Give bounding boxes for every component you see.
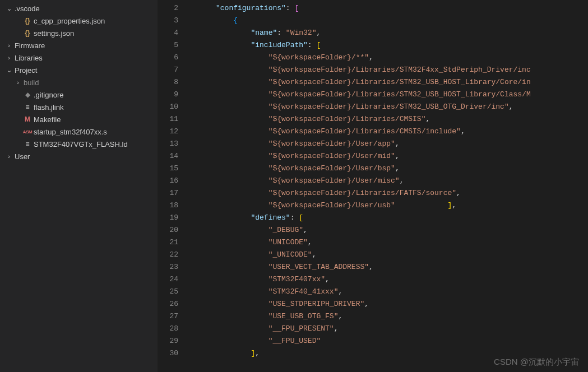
code-line[interactable]: "name": "Win32", [194, 27, 588, 39]
line-number: 24 [158, 273, 178, 286]
code-line[interactable]: "configurations": [ [194, 2, 588, 15]
file-item[interactable]: ASMstartup_stm32f407xx.s [0, 125, 158, 138]
code-line[interactable]: "STM32F40_41xxx", [194, 286, 588, 298]
code-line[interactable]: { [194, 15, 588, 27]
chevron-right-icon: › [4, 153, 13, 160]
line-number: 30 [158, 347, 178, 360]
line-number: 29 [158, 335, 178, 347]
line-number: 13 [158, 138, 178, 150]
line-number: 23 [158, 261, 178, 273]
tree-item-label: startup_stm32f407xx.s [33, 128, 107, 136]
code-line[interactable]: "${workspaceFolder}/User/bsp", [194, 162, 588, 175]
code-line[interactable]: "_DEBUG", [194, 224, 588, 236]
chevron-down-icon: ⌄ [4, 67, 13, 74]
folder-item[interactable]: ⌄.vscode [0, 2, 158, 15]
file-item[interactable]: ≡STM32F407VGTx_FLASH.ld [0, 138, 158, 150]
tree-item-label: settings.json [33, 29, 74, 38]
file-type-icon: {} [22, 29, 33, 37]
watermark-text: CSDN @沉默的小宇宙 [494, 357, 579, 368]
file-type-icon: ≡ [22, 103, 33, 111]
tree-item-label: Makefile [33, 115, 61, 124]
file-explorer-sidebar[interactable]: ⌄.vscode{}c_cpp_properties.json{}setting… [0, 0, 158, 372]
line-number: 18 [158, 199, 178, 212]
line-number: 9 [158, 89, 178, 101]
line-number: 4 [158, 27, 178, 39]
file-type-icon: M [22, 115, 33, 123]
line-number: 21 [158, 236, 178, 249]
code-line[interactable]: "__FPU_PRESENT", [194, 323, 588, 335]
chevron-right-icon: › [4, 42, 13, 49]
line-number: 5 [158, 39, 178, 52]
code-line[interactable]: "${workspaceFolder}/User/mid", [194, 150, 588, 162]
tree-item-label: c_cpp_properties.json [33, 17, 105, 25]
code-editor[interactable]: 2345678910111213141516171819202122232425… [158, 0, 588, 372]
code-line[interactable]: "defines": [ [194, 212, 588, 224]
file-item[interactable]: MMakefile [0, 113, 158, 125]
tree-item-label: build [22, 78, 39, 87]
line-number: 20 [158, 224, 178, 236]
file-item[interactable]: ◆.gitignore [0, 89, 158, 101]
line-number: 11 [158, 113, 178, 125]
tree-item-label: .gitignore [33, 91, 63, 99]
code-line[interactable]: "${workspaceFolder}/User/misc", [194, 175, 588, 187]
file-type-icon: ≡ [22, 140, 33, 148]
code-line[interactable]: "${workspaceFolder}/**", [194, 52, 588, 64]
line-number: 7 [158, 64, 178, 76]
code-line[interactable]: "includePath": [ [194, 39, 588, 52]
code-line[interactable]: "${workspaceFolder}/Libraries/STM32_USB_… [194, 76, 588, 89]
line-number: 16 [158, 175, 178, 187]
file-item[interactable]: {}c_cpp_properties.json [0, 15, 158, 27]
line-number: 3 [158, 15, 178, 27]
tree-item-label: .vscode [13, 4, 40, 13]
file-type-icon: {} [22, 17, 33, 25]
tree-item-label: STM32F407VGTx_FLASH.ld [33, 140, 128, 148]
line-number: 22 [158, 249, 178, 261]
line-number: 28 [158, 323, 178, 335]
code-line[interactable]: "${workspaceFolder}/User/app", [194, 138, 588, 150]
tree-item-label: Libraries [13, 54, 43, 62]
line-number: 14 [158, 150, 178, 162]
line-number-gutter: 2345678910111213141516171819202122232425… [158, 0, 189, 372]
line-number: 19 [158, 212, 178, 224]
folder-item[interactable]: ›Libraries [0, 52, 158, 64]
code-line[interactable]: "${workspaceFolder}/Libraries/FATFS/sour… [194, 187, 588, 199]
code-line[interactable]: "_UNICODE", [194, 249, 588, 261]
folder-item[interactable]: ›User [0, 150, 158, 162]
tree-item-label: Firmware [13, 41, 45, 50]
file-type-icon: ASM [22, 129, 33, 134]
code-line[interactable]: "USER_VECT_TAB_ADDRESS", [194, 261, 588, 273]
folder-item[interactable]: ›Firmware [0, 39, 158, 52]
code-line[interactable]: "${workspaceFolder}/Libraries/STM32_USB_… [194, 89, 588, 101]
file-item[interactable]: {}settings.json [0, 27, 158, 39]
code-line[interactable]: "${workspaceFolder}/Libraries/CMSIS", [194, 113, 588, 125]
code-content[interactable]: "configurations": [ { "name": "Win32", "… [189, 0, 588, 372]
tree-item-label: Project [13, 66, 37, 75]
code-line[interactable]: "${workspaceFolder}/User/usb" ], [194, 199, 588, 212]
line-number: 6 [158, 52, 178, 64]
code-line[interactable]: "USE_USB_OTG_FS", [194, 310, 588, 323]
chevron-right-icon: › [4, 54, 13, 61]
code-line[interactable]: "STM32F407xx", [194, 273, 588, 286]
file-item[interactable]: ≡flash.jlink [0, 101, 158, 113]
line-number: 8 [158, 76, 178, 89]
line-number: 27 [158, 310, 178, 323]
code-line[interactable]: "UNICODE", [194, 236, 588, 249]
line-number: 2 [158, 2, 178, 15]
chevron-down-icon: ⌄ [4, 5, 13, 12]
tree-item-label: flash.jlink [33, 103, 63, 111]
code-line[interactable]: "__FPU_USED" [194, 335, 588, 347]
chevron-right-icon: › [13, 79, 22, 86]
tree-item-label: User [13, 152, 30, 161]
code-line[interactable]: "${workspaceFolder}/Libraries/STM32_USB_… [194, 101, 588, 113]
code-line[interactable]: "${workspaceFolder}/Libraries/STM32F4xx_… [194, 64, 588, 76]
folder-item[interactable]: ›build [0, 76, 158, 89]
line-number: 10 [158, 101, 178, 113]
file-type-icon: ◆ [22, 91, 33, 99]
line-number: 15 [158, 162, 178, 175]
code-line[interactable]: "${workspaceFolder}/Libraries/CMSIS/incl… [194, 125, 588, 138]
line-number: 26 [158, 298, 178, 310]
folder-item[interactable]: ⌄Project [0, 64, 158, 76]
line-number: 12 [158, 125, 178, 138]
line-number: 17 [158, 187, 178, 199]
code-line[interactable]: "USE_STDPERIPH_DRIVER", [194, 298, 588, 310]
